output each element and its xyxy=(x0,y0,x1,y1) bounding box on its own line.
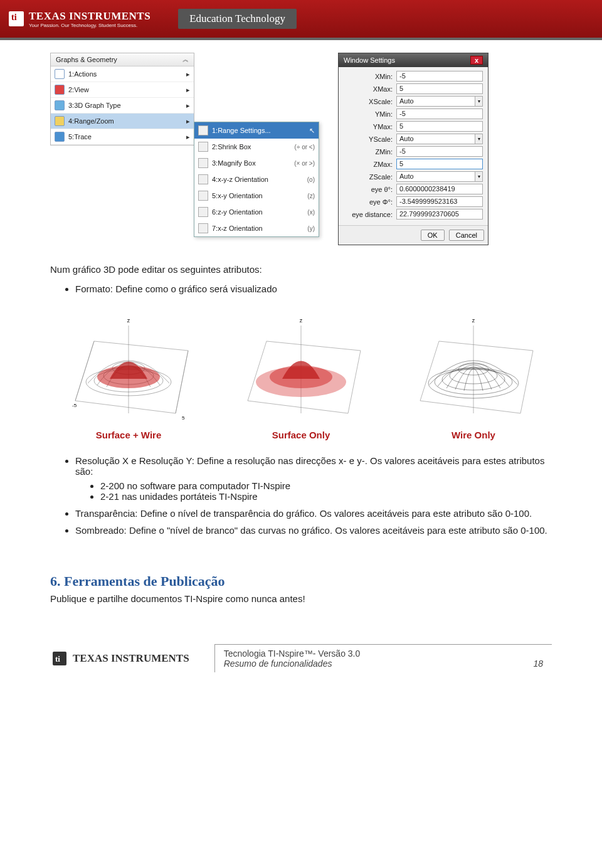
zscale-select[interactable]: Auto xyxy=(396,171,475,182)
section-6-text: Publique e partilhe documentos TI-Nspire… xyxy=(50,593,552,604)
submenu-label: 3:Magnify Box xyxy=(212,159,256,167)
xscale-label: XScale: xyxy=(344,98,393,105)
collapse-icon[interactable]: ︽ xyxy=(182,55,189,64)
submenu-arrow-icon: ▸ xyxy=(186,102,190,110)
bullet-sombreado: Sombreado: Define o "nível de branco" da… xyxy=(75,525,552,536)
eye-distance-input[interactable]: 22.7999992370605 xyxy=(396,209,483,220)
menu-label: 1:Actions xyxy=(68,70,97,78)
xyz-icon xyxy=(198,174,208,184)
ymax-input[interactable]: 5 xyxy=(396,121,483,132)
submenu-label: 2:Shrink Box xyxy=(212,143,251,151)
dropdown-arrow-icon[interactable]: ▾ xyxy=(475,134,483,144)
xmin-label: XMin: xyxy=(344,73,393,80)
ti-chip-icon: ti xyxy=(50,649,69,668)
section-6-heading: 6. Ferramentas de Publicação xyxy=(50,573,552,590)
menu-item-trace[interactable]: 5:Trace ▸ xyxy=(51,129,194,145)
submenu-item-xyz-orientation[interactable]: 4:x-y-z Orientation (o) xyxy=(194,171,319,188)
eye-distance-label: eye distance: xyxy=(344,211,393,218)
cancel-button[interactable]: Cancel xyxy=(449,230,484,241)
svg-text:5: 5 xyxy=(182,415,185,421)
banner-header: TEXAS INSTRUMENTS Your Passion. Our Tech… xyxy=(0,0,602,40)
graphs-geometry-menu: Graphs & Geometry ︽ 1:Actions ▸ 2:View ▸… xyxy=(50,53,194,146)
bullet-formato: Formato: Define como o gráfico será visu… xyxy=(75,283,552,294)
submenu-label: 7:x-z Orientation xyxy=(212,225,263,232)
dialog-body: XMin:-5 XMax:5 XScale:Auto▾ YMin:-5 YMax… xyxy=(339,67,488,225)
xmax-label: XMax: xyxy=(344,85,393,93)
screenshot-composite: Graphs & Geometry ︽ 1:Actions ▸ 2:View ▸… xyxy=(0,40,602,251)
education-technology-label: Education Technology xyxy=(178,9,297,29)
menu-title-bar[interactable]: Graphs & Geometry ︽ xyxy=(51,53,194,66)
shortcut-hint: (× or >) xyxy=(294,160,315,167)
submenu-arrow-icon: ▸ xyxy=(186,117,190,125)
submenu-arrow-icon: ▸ xyxy=(186,133,190,141)
dialog-titlebar[interactable]: Window Settings x xyxy=(339,53,488,67)
footer-line1: Tecnologia TI-Nspire™- Versão 3.0 xyxy=(224,648,543,659)
zmin-label: ZMin: xyxy=(344,148,393,156)
footer-logo: ti TEXAS INSTRUMENTS xyxy=(50,649,189,668)
menu-title-text: Graphs & Geometry xyxy=(56,56,117,63)
dialog-title: Window Settings xyxy=(344,56,395,64)
menu-item-range-zoom[interactable]: 4:Range/Zoom ▸ xyxy=(51,114,194,129)
ti-chip-icon xyxy=(9,11,24,26)
close-button[interactable]: x xyxy=(470,56,483,65)
bullet-resolucao: Resolução X e Resolução Y: Define a reso… xyxy=(75,455,552,502)
shortcut-hint: (y) xyxy=(307,225,315,232)
xz-icon xyxy=(198,223,208,233)
submenu-item-xz-orientation[interactable]: 7:x-z Orientation (y) xyxy=(194,220,319,236)
yscale-select[interactable]: Auto xyxy=(396,134,475,144)
magnify-icon xyxy=(198,158,208,168)
trace-icon xyxy=(55,132,65,142)
zmin-input[interactable]: -5 xyxy=(396,146,483,157)
menu-item-view[interactable]: 2:View ▸ xyxy=(51,82,194,98)
menu-label: 3:3D Graph Type xyxy=(68,102,121,109)
view-icon xyxy=(55,85,65,95)
zy-icon xyxy=(198,207,208,217)
eye-phi-label: eye Φ°: xyxy=(344,198,393,206)
ok-button[interactable]: OK xyxy=(421,230,445,241)
shortcut-hint: (z) xyxy=(307,193,315,199)
svg-text:z: z xyxy=(472,317,475,324)
zmax-input[interactable]: 5 xyxy=(396,159,483,169)
xscale-select[interactable]: Auto xyxy=(396,96,475,107)
range-zoom-submenu: 1:Range Settings... ↖ 2:Shrink Box (÷ or… xyxy=(194,122,319,237)
graph-wire-only: z xyxy=(395,313,552,426)
eye-phi-input[interactable]: -3.5499999523163 xyxy=(396,196,483,207)
sub-bullet-software: 2-200 no software para computador TI-Nsp… xyxy=(100,480,552,491)
submenu-label: 5:x-y Orientation xyxy=(212,192,263,199)
submenu-item-range-settings[interactable]: 1:Range Settings... ↖ xyxy=(194,122,319,139)
menu-item-3d-graph-type[interactable]: 3:3D Graph Type ▸ xyxy=(51,98,194,114)
submenu-label: 6:z-y Orientation xyxy=(212,208,263,216)
graph-surface-wire: z -55 xyxy=(50,313,207,426)
ymin-input[interactable]: -5 xyxy=(396,109,483,119)
submenu-item-xy-orientation[interactable]: 5:x-y Orientation (z) xyxy=(194,188,319,204)
bullet-resolucao-text: Resolução X e Resolução Y: Define a reso… xyxy=(75,455,544,477)
bullet-transparencia: Transparência: Define o nível de transpa… xyxy=(75,508,552,519)
submenu-item-zy-orientation[interactable]: 6:z-y Orientation (x) xyxy=(194,204,319,220)
submenu-item-magnify-box[interactable]: 3:Magnify Box (× or >) xyxy=(194,155,319,171)
graph-thumbnails-row: z -55 z xyxy=(50,313,552,426)
footer-info-box: Tecnologia TI-Nspire™- Versão 3.0 Resumo… xyxy=(214,644,552,672)
eye-theta-input[interactable]: 0.6000000238419 xyxy=(396,184,483,194)
cube-icon xyxy=(55,100,65,110)
cursor-icon xyxy=(55,69,65,79)
menu-item-actions[interactable]: 1:Actions ▸ xyxy=(51,66,194,82)
menu-label: 4:Range/Zoom xyxy=(68,117,114,125)
page-footer: ti TEXAS INSTRUMENTS Tecnologia TI-Nspir… xyxy=(0,638,602,691)
range-icon xyxy=(55,116,65,126)
xmax-input[interactable]: 5 xyxy=(396,83,483,94)
caption-surface-only: Surface Only xyxy=(223,430,379,440)
footer-brand: TEXAS INSTRUMENTS xyxy=(73,652,189,665)
brand-tagline: Your Passion. Our Technology. Student Su… xyxy=(29,23,150,28)
xmin-input[interactable]: -5 xyxy=(396,71,483,82)
zmax-label: ZMax: xyxy=(344,161,393,168)
submenu-arrow-icon: ▸ xyxy=(186,70,190,78)
dropdown-arrow-icon[interactable]: ▾ xyxy=(475,96,483,107)
dropdown-arrow-icon[interactable]: ▾ xyxy=(475,171,483,182)
range-settings-icon xyxy=(198,125,208,135)
submenu-item-shrink-box[interactable]: 2:Shrink Box (÷ or <) xyxy=(194,139,319,155)
eye-theta-label: eye θ°: xyxy=(344,186,393,193)
shrink-icon xyxy=(198,142,208,152)
cursor-pointer-icon: ↖ xyxy=(309,127,315,135)
ymin-label: YMin: xyxy=(344,110,393,118)
submenu-arrow-icon: ▸ xyxy=(186,86,190,94)
